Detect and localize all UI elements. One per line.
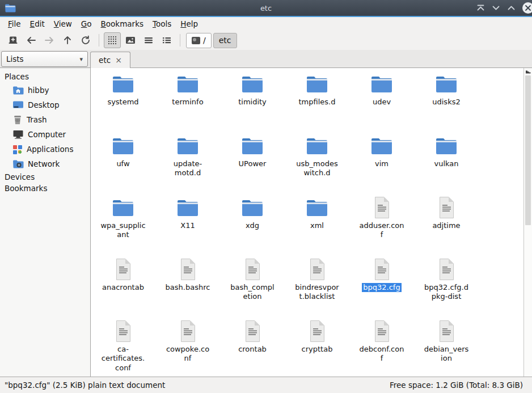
sidebar-section-bookmarks[interactable]: Bookmarks — [0, 183, 90, 194]
folder-view[interactable]: systemdterminfotimiditytmpfiles.dudevudi… — [91, 68, 532, 377]
sidebar-item-applications[interactable]: Applications — [0, 142, 90, 157]
close-button[interactable] — [522, 2, 532, 14]
file-label: debconf.conf — [357, 345, 406, 364]
file-label: vim — [374, 159, 390, 168]
new-tab-button[interactable] — [5, 32, 22, 48]
document-icon — [308, 319, 327, 344]
file-item[interactable]: xdg — [220, 195, 285, 257]
sidebar-section-places[interactable]: Places — [0, 70, 90, 83]
sidebar-item-home[interactable]: hibby — [0, 83, 90, 98]
path-bar: / etc — [186, 33, 237, 48]
sidebar-item-trash[interactable]: Trash — [0, 112, 90, 127]
file-item[interactable]: usb_modeswitch.d — [285, 133, 349, 195]
file-item[interactable]: crypttab — [285, 319, 349, 377]
menu-view[interactable]: View — [49, 18, 77, 29]
file-item[interactable]: timidity — [220, 71, 285, 133]
file-item[interactable]: bash_completion — [220, 257, 285, 319]
back-button[interactable] — [23, 32, 40, 48]
file-grid: systemdterminfotimiditytmpfiles.dudevudi… — [91, 71, 479, 377]
side-pane-mode-select[interactable]: Lists ▾ — [1, 51, 88, 67]
file-item[interactable]: vulkan — [414, 133, 479, 195]
folder-icon — [370, 133, 393, 158]
file-item[interactable]: terminfo — [155, 71, 220, 133]
file-label: wpa_supplicant — [99, 221, 147, 240]
file-item[interactable]: adduser.conf — [349, 195, 414, 257]
refresh-button[interactable] — [77, 32, 94, 48]
file-item[interactable]: update-motd.d — [155, 133, 220, 195]
file-item[interactable]: bindresvport.blacklist — [285, 257, 349, 319]
vertical-scrollbar[interactable] — [523, 68, 532, 377]
maximize-button[interactable] — [506, 3, 516, 12]
tab-close-icon[interactable]: × — [115, 56, 122, 64]
file-item[interactable]: bpq32.cfg — [349, 257, 414, 319]
detailed-list-view-button[interactable] — [158, 32, 175, 48]
up-button[interactable] — [59, 32, 76, 48]
shade-button[interactable] — [476, 3, 485, 12]
file-item[interactable]: bpq32.cfg.dpkg-dist — [414, 257, 479, 319]
sidebar-section-devices[interactable]: Devices — [0, 171, 90, 183]
menu-help[interactable]: Help — [176, 18, 202, 29]
thumbnail-view-button[interactable] — [122, 32, 139, 48]
menu-file[interactable]: File — [3, 18, 26, 29]
applications-icon — [12, 145, 23, 154]
file-item[interactable]: ufw — [91, 133, 155, 195]
window-title: etc — [0, 4, 532, 12]
sidebar-item-network[interactable]: Network — [0, 157, 90, 171]
sidebar-item-desktop[interactable]: Desktop — [0, 98, 90, 112]
file-item[interactable]: crontab — [220, 319, 285, 377]
file-label: xdg — [244, 221, 260, 230]
file-item[interactable]: udisks2 — [414, 71, 479, 133]
sidebar-item-computer[interactable]: Computer — [0, 127, 90, 142]
icon-view-button[interactable] — [104, 32, 121, 48]
sidebar-item-label: Network — [28, 159, 60, 168]
folder-icon — [112, 71, 134, 96]
menu-bookmarks[interactable]: Bookmarks — [96, 18, 148, 29]
file-item[interactable]: ca-certificates.conf — [91, 319, 155, 377]
file-item[interactable]: adjtime — [414, 195, 479, 257]
path-current-button[interactable]: etc — [213, 33, 237, 48]
folder-icon — [370, 71, 393, 96]
folder-icon — [241, 195, 264, 220]
compact-view-button[interactable] — [140, 32, 157, 48]
file-item[interactable]: udev — [349, 71, 414, 133]
file-label: update-motd.d — [163, 159, 212, 178]
file-item[interactable]: UPower — [220, 133, 285, 195]
trash-icon — [12, 115, 23, 125]
file-item[interactable]: wpa_supplicant — [91, 195, 155, 257]
status-selection-info: "bpq32.cfg" (2.5 KiB) plain text documen… — [5, 381, 165, 390]
file-item[interactable]: tmpfiles.d — [285, 71, 349, 133]
forward-button[interactable] — [41, 32, 58, 48]
toolbar-separator — [99, 34, 99, 47]
document-icon — [373, 319, 391, 344]
file-item[interactable]: debconf.conf — [349, 319, 414, 377]
file-item[interactable]: vim — [349, 133, 414, 195]
menu-edit[interactable]: Edit — [26, 18, 49, 29]
minimize-button[interactable] — [491, 3, 500, 12]
file-item[interactable]: X11 — [155, 195, 220, 257]
sidebar-item-label: Desktop — [28, 100, 60, 109]
file-item[interactable]: bash.bashrc — [155, 257, 220, 319]
menu-tools[interactable]: Tools — [148, 18, 176, 29]
file-label: bpq32.cfg — [362, 283, 401, 292]
path-root-button[interactable]: / — [186, 33, 212, 48]
window-folder-icon — [5, 3, 16, 12]
file-label: ca-certificates.conf — [99, 345, 147, 373]
file-label: systemd — [106, 98, 140, 107]
document-icon — [114, 319, 133, 344]
folder-icon — [241, 133, 264, 158]
file-item[interactable]: cowpoke.conf — [155, 319, 220, 377]
file-item[interactable]: xml — [285, 195, 349, 257]
scrollbar-thumb[interactable] — [525, 75, 531, 225]
file-label: xml — [309, 221, 325, 230]
folder-icon — [435, 71, 458, 96]
document-icon — [373, 195, 391, 220]
file-item[interactable]: systemd — [91, 71, 155, 133]
tab-etc[interactable]: etc × — [90, 52, 130, 68]
menu-go[interactable]: Go — [77, 18, 96, 29]
document-icon — [308, 257, 327, 282]
file-item[interactable]: anacrontab — [91, 257, 155, 319]
file-item[interactable]: debian_version — [414, 319, 479, 377]
file-manager-window: etc FileEditViewGoBookmarksToolsHelp — [0, 0, 532, 393]
folder-icon — [176, 71, 199, 96]
document-icon — [114, 257, 133, 282]
